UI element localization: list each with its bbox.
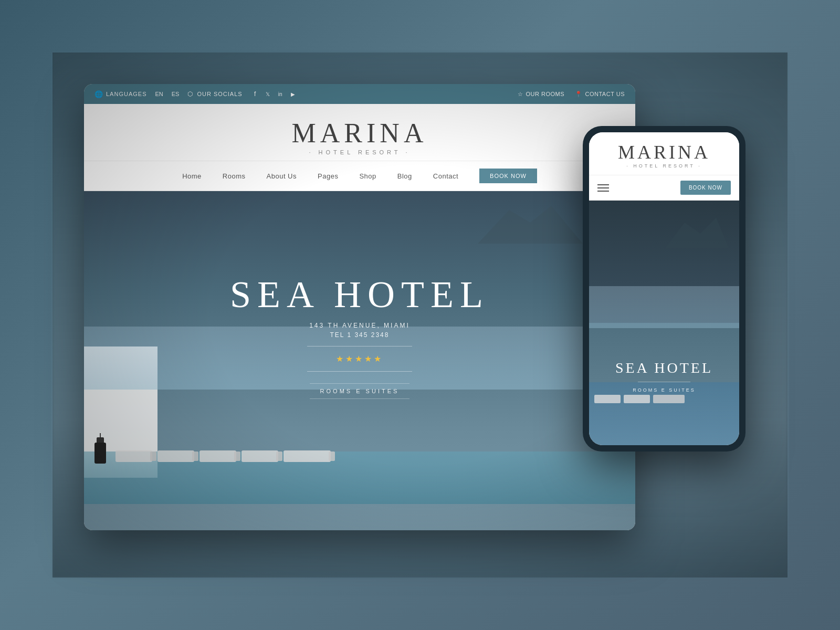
- mobile-mockup: MARINA · HOTEL RESORT · BOOK NOW: [583, 126, 746, 452]
- top-bar-right: ☆ OUR ROOMS 📍 CONTACT US: [518, 91, 625, 98]
- site-nav: Home Rooms About Us Pages Shop Blog Cont…: [84, 161, 635, 191]
- nav-home[interactable]: Home: [182, 172, 202, 180]
- hero-tel: TEL 1 345 2348: [230, 331, 489, 339]
- chair-3: [200, 450, 236, 462]
- mobile-chair-1: [594, 395, 621, 403]
- lang-es[interactable]: ES: [172, 91, 180, 97]
- share-icon: ⬡: [187, 90, 193, 98]
- our-rooms-link[interactable]: ☆ OUR ROOMS: [518, 91, 564, 98]
- socials-group: ⬡ OUR SOCIALS: [187, 90, 242, 98]
- website: 🌐 LANGUAGES EN ES ⬡ OUR SOCIALS f 𝕏 in ▶: [84, 84, 635, 530]
- pool-chairs: [116, 450, 331, 462]
- chair-5: [284, 450, 331, 462]
- hero-stars: ★★★★★: [230, 354, 489, 364]
- mobile-hero-divider: [638, 382, 690, 382]
- mobile-hero: SEA HOTEL ROOMS E SUITES: [589, 201, 739, 445]
- lantern-handle: [100, 433, 101, 437]
- our-rooms-label: OUR ROOMS: [526, 91, 564, 97]
- linkedin-icon[interactable]: in: [276, 90, 285, 98]
- facebook-icon[interactable]: f: [251, 90, 259, 98]
- top-bar-left: 🌐 LANGUAGES EN ES ⬡ OUR SOCIALS f 𝕏 in ▶: [94, 90, 297, 98]
- mobile-book-now-button[interactable]: BOOK NOW: [680, 181, 731, 195]
- contact-us-link[interactable]: 📍 CONTACT US: [575, 91, 625, 98]
- lang-en[interactable]: EN: [155, 91, 163, 97]
- site-header: MARINA · HOTEL RESORT ·: [84, 104, 635, 161]
- hamburger-line-2: [597, 187, 609, 188]
- socials-label: OUR SOCIALS: [197, 91, 242, 97]
- hero-rooms-label[interactable]: ROOMS E SUITES: [310, 383, 410, 399]
- nav-shop[interactable]: Shop: [359, 172, 376, 180]
- lantern: [94, 433, 106, 462]
- desktop-mockup: 🌐 LANGUAGES EN ES ⬡ OUR SOCIALS f 𝕏 in ▶: [84, 84, 635, 530]
- mobile-website: MARINA · HOTEL RESORT · BOOK NOW: [589, 132, 739, 445]
- hero-divider-2: [307, 371, 412, 372]
- top-bar: 🌐 LANGUAGES EN ES ⬡ OUR SOCIALS f 𝕏 in ▶: [84, 84, 635, 104]
- lantern-body: [94, 443, 106, 464]
- hero-title: SEA HOTEL: [230, 276, 489, 313]
- mobile-hero-content: SEA HOTEL ROOMS E SUITES: [589, 360, 739, 393]
- hero-divider-1: [307, 346, 412, 346]
- mobile-chairs: [594, 395, 685, 403]
- mobile-logo-sub: · HOTEL RESORT ·: [597, 163, 731, 169]
- mobile-header: MARINA · HOTEL RESORT ·: [589, 132, 739, 175]
- mobile-chair-2: [624, 395, 650, 403]
- nav-rooms[interactable]: Rooms: [223, 172, 246, 180]
- chair-4: [242, 450, 278, 462]
- hamburger-line-3: [597, 191, 609, 192]
- mobile-hero-rooms-label: ROOMS E SUITES: [589, 387, 739, 393]
- book-now-button[interactable]: BOOK NOW: [479, 169, 537, 183]
- chair-1: [116, 450, 152, 462]
- mobile-hero-title: SEA HOTEL: [589, 360, 739, 376]
- nav-blog[interactable]: Blog: [397, 172, 412, 180]
- hero-address: 143 TH AVENUE, MIAMI: [230, 322, 489, 329]
- mobile-sea-glow: [589, 286, 739, 328]
- languages-group: 🌐 LANGUAGES: [94, 90, 146, 98]
- youtube-icon[interactable]: ▶: [289, 90, 297, 98]
- hamburger-menu[interactable]: [597, 184, 609, 192]
- hero-content: SEA HOTEL 143 TH AVENUE, MIAMI TEL 1 345…: [230, 276, 489, 399]
- location-icon: 📍: [575, 91, 583, 98]
- twitter-icon[interactable]: 𝕏: [264, 90, 272, 98]
- languages-label: LANGUAGES: [106, 91, 146, 97]
- contact-us-label: CONTACT US: [585, 91, 625, 97]
- logo-sub: · HOTEL RESORT ·: [94, 149, 625, 155]
- scene-wrapper: 🌐 LANGUAGES EN ES ⬡ OUR SOCIALS f 𝕏 in ▶: [52, 52, 788, 578]
- hero-section: SEA HOTEL 143 TH AVENUE, MIAMI TEL 1 345…: [84, 191, 635, 530]
- nav-pages[interactable]: Pages: [318, 172, 338, 180]
- globe-icon: 🌐: [94, 90, 103, 98]
- nav-contact[interactable]: Contact: [433, 172, 458, 180]
- star-outline-icon: ☆: [518, 91, 523, 98]
- nav-about[interactable]: About Us: [267, 172, 297, 180]
- logo-main: MARINA: [94, 120, 625, 147]
- mobile-logo-main: MARINA: [597, 143, 731, 162]
- social-icons-group: f 𝕏 in ▶: [251, 90, 297, 98]
- chair-2: [158, 450, 194, 462]
- mobile-chair-3: [653, 395, 685, 403]
- lantern-top: [97, 437, 104, 443]
- mobile-nav-bar: BOOK NOW: [589, 175, 739, 201]
- hamburger-line-1: [597, 184, 609, 185]
